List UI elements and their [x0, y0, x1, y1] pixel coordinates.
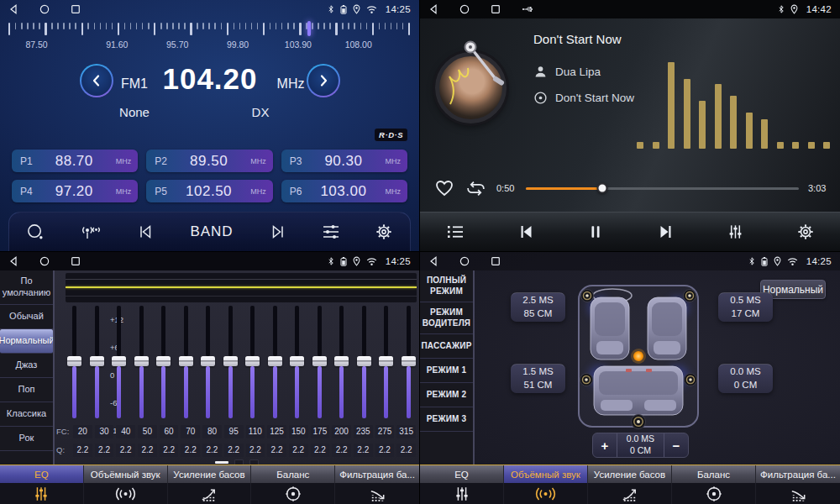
eq-band-slider[interactable] — [112, 306, 126, 423]
tab-label[interactable]: Фильтрация ба... — [335, 465, 419, 483]
eq-preset-item[interactable]: Нормальный — [0, 329, 53, 354]
eq-sliders-icon[interactable] — [0, 483, 84, 504]
preset-button-p6[interactable]: P6103.00MHz — [281, 180, 407, 202]
slider-handle[interactable] — [67, 356, 81, 366]
subwoofer-speaker-icon[interactable] — [632, 415, 646, 429]
slider-handle[interactable] — [402, 356, 416, 366]
equalizer-button[interactable] — [726, 223, 745, 241]
band-button[interactable]: BAND — [190, 223, 233, 240]
recents-icon[interactable] — [491, 4, 501, 14]
rear-left-speaker-icon[interactable] — [580, 374, 593, 386]
listener-position-dot[interactable] — [633, 351, 643, 361]
favorite-button[interactable] — [433, 178, 455, 198]
home-icon[interactable] — [459, 4, 470, 14]
eq-band-slider[interactable] — [402, 306, 416, 423]
home-icon[interactable] — [39, 256, 50, 266]
progress-thumb[interactable] — [597, 183, 608, 194]
tune-up-button[interactable] — [307, 64, 340, 97]
surround-mode-item[interactable]: ПАССАЖИР — [420, 334, 473, 359]
bass-boost-icon[interactable] — [168, 483, 252, 504]
tab-label[interactable]: Баланс — [251, 465, 335, 483]
surround-mode-item[interactable]: РЕЖИМ ВОДИТЕЛЯ — [420, 302, 473, 334]
eq-band-slider[interactable] — [67, 306, 81, 423]
slider-handle[interactable] — [134, 356, 149, 366]
dial-ticks[interactable] — [8, 23, 411, 38]
tab-label[interactable]: Объёмный звук — [504, 465, 588, 483]
eq-band-slider[interactable] — [201, 306, 215, 423]
previous-track-button[interactable] — [517, 223, 537, 241]
slider-handle[interactable] — [156, 356, 171, 366]
slider-handle[interactable] — [312, 356, 327, 366]
home-icon[interactable] — [39, 4, 50, 14]
preset-button-p2[interactable]: P289.50MHz — [146, 150, 272, 172]
surround-mode-item[interactable]: РЕЖИМ 1 — [420, 359, 473, 383]
audio-settings-button[interactable] — [321, 223, 341, 241]
tab-surround-sound[interactable]: Объёмный звук — [84, 465, 168, 504]
eq-preset-item[interactable]: Обычай — [0, 305, 53, 329]
eq-preset-item[interactable]: Рок — [0, 427, 53, 451]
preset-button-p5[interactable]: P5102.50MHz — [146, 180, 272, 202]
recents-icon[interactable] — [491, 256, 501, 266]
broadcast-button[interactable] — [79, 223, 102, 241]
rear-right-speaker-icon[interactable] — [685, 374, 697, 386]
eq-band-slider[interactable] — [268, 306, 282, 423]
front-left-speaker-icon[interactable] — [581, 290, 594, 302]
tab-label[interactable]: EQ — [420, 465, 504, 483]
tab-bass-boost[interactable]: Усиление басов — [168, 465, 252, 504]
rear-left-delay[interactable]: 1.5 MS 51 CM — [511, 364, 565, 393]
surround-sound-icon[interactable] — [504, 483, 588, 504]
back-icon[interactable] — [8, 256, 18, 266]
surround-mode-item[interactable]: ПОЛНЫЙ РЕЖИМ — [420, 270, 473, 302]
preset-button-p1[interactable]: P188.70MHz — [12, 150, 138, 172]
seek-next-button[interactable] — [267, 223, 287, 241]
slider-handle[interactable] — [379, 356, 393, 366]
tab-balance[interactable]: Баланс — [672, 465, 756, 504]
eq-preset-item[interactable]: Поп — [0, 378, 53, 402]
slider-handle[interactable] — [245, 356, 260, 366]
slider-handle[interactable] — [268, 356, 282, 366]
eq-band-slider[interactable] — [357, 306, 371, 423]
bass-filter-icon[interactable] — [756, 483, 840, 504]
surround-mode-item[interactable]: РЕЖИМ 3 — [420, 407, 473, 432]
slider-handle[interactable] — [357, 356, 371, 366]
eq-preset-item[interactable]: Классика — [0, 402, 53, 427]
increase-delay-button[interactable]: + — [593, 433, 617, 457]
bass-boost-icon[interactable] — [588, 483, 672, 504]
back-icon[interactable] — [8, 4, 18, 14]
recents-icon[interactable] — [71, 4, 81, 14]
slider-handle[interactable] — [179, 356, 193, 366]
eq-preset-item[interactable]: Джаз — [0, 354, 53, 378]
preset-button-p4[interactable]: P497.20MHz — [12, 180, 138, 202]
tab-balance[interactable]: Баланс — [251, 465, 335, 504]
rear-right-delay[interactable]: 0.0 MS 0 CM — [718, 364, 773, 393]
next-track-button[interactable] — [655, 223, 675, 241]
back-icon[interactable] — [428, 4, 438, 14]
surround-mode-item[interactable]: РЕЖИМ 2 — [420, 383, 473, 407]
bass-filter-icon[interactable] — [335, 483, 419, 504]
front-left-delay[interactable]: 2.5 MS 85 CM — [511, 292, 565, 322]
scan-button[interactable] — [26, 223, 45, 242]
preset-button-p3[interactable]: P390.30MHz — [281, 150, 407, 172]
slider-handle[interactable] — [290, 356, 304, 366]
seek-previous-button[interactable] — [136, 223, 156, 241]
tab-eq[interactable]: EQ — [420, 465, 504, 504]
front-right-delay[interactable]: 0.5 MS 17 CM — [718, 292, 773, 322]
eq-sliders-icon[interactable] — [420, 483, 504, 504]
eq-band-slider[interactable] — [90, 306, 104, 423]
repeat-button[interactable] — [465, 179, 487, 198]
tab-surround-sound[interactable]: Объёмный звук — [504, 465, 588, 504]
surround-sound-icon[interactable] — [84, 483, 168, 504]
tab-label[interactable]: EQ — [0, 465, 84, 483]
balance-icon[interactable] — [672, 483, 756, 504]
slider-handle[interactable] — [223, 356, 238, 366]
slider-handle[interactable] — [112, 356, 126, 366]
home-icon[interactable] — [459, 256, 470, 266]
pause-button[interactable] — [587, 223, 604, 241]
front-right-speaker-icon[interactable] — [684, 290, 696, 302]
eq-band-slider[interactable] — [334, 306, 349, 423]
eq-band-slider[interactable] — [156, 306, 171, 423]
tab-label[interactable]: Баланс — [672, 465, 756, 483]
tab-label[interactable]: Усиление басов — [588, 465, 672, 483]
tab-label[interactable]: Фильтрация ба... — [756, 465, 840, 483]
tab-bass-filter[interactable]: Фильтрация ба... — [335, 465, 419, 504]
